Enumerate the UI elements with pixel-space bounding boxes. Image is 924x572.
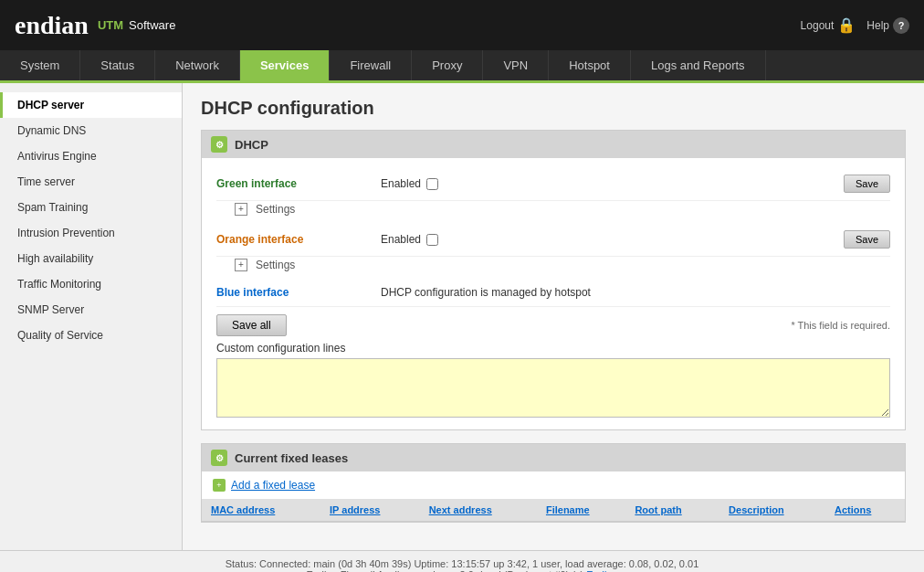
blue-managed-text: DHCP configuration is managed by hotspot [381,286,890,299]
sidebar-item-traffic[interactable]: Traffic Monitoring [0,271,182,297]
logo-area: endian UTM Software [15,11,175,40]
nav-item-system[interactable]: System [0,50,80,80]
green-enabled-label: Enabled [381,177,421,190]
orange-save-button[interactable]: Save [844,230,890,249]
help-label: Help [866,19,889,32]
nav-item-services[interactable]: Services [240,50,331,80]
blue-interface-row: Blue interface DHCP configuration is man… [216,279,890,307]
help-button[interactable]: Help ? [866,17,909,34]
logout-button[interactable]: Logout 🔒 [801,16,856,34]
sidebar-item-time[interactable]: Time server [0,169,182,195]
header: endian UTM Software Logout 🔒 Help ? [0,0,924,50]
footer-status: Status: Connected: main (0d 3h 40m 39s) … [15,558,909,569]
sidebar-item-spam[interactable]: Spam Training [0,195,182,220]
orange-enabled-checkbox[interactable] [426,234,438,246]
header-right: Logout 🔒 Help ? [801,16,909,34]
green-settings-plus-icon[interactable]: + [235,203,247,216]
logout-label: Logout [801,19,835,32]
leases-section-icon: ⚙ [211,450,227,466]
orange-save-area: Save [844,230,890,249]
col-mac[interactable]: MAC address [202,499,320,522]
dhcp-section-header: ⚙ DHCP [202,131,905,158]
col-actions[interactable]: Actions [825,499,905,522]
nav-item-logs[interactable]: Logs and Reports [631,50,766,80]
logo-utm: UTM [98,18,123,32]
sidebar-item-ddns[interactable]: Dynamic DNS [0,118,182,143]
orange-enabled-area: Enabled [381,233,490,246]
add-lease-row: + Add a fixed lease [202,471,905,499]
orange-settings-row: + Settings [216,257,890,279]
add-lease-icon: + [213,479,226,492]
col-ip[interactable]: IP address [320,499,420,522]
sidebar-item-snmp[interactable]: SNMP Server [0,297,182,323]
leases-section-label: Current fixed leases [235,451,348,465]
nav-item-vpn[interactable]: VPN [483,50,549,80]
dhcp-section: ⚙ DHCP Green interface Enabled Save [201,130,906,430]
sidebar-item-qos[interactable]: Quality of Service [0,323,182,348]
green-save-area: Save [844,175,890,193]
green-save-button[interactable]: Save [844,175,890,193]
nav-item-network[interactable]: Network [155,50,240,80]
orange-interface-name: Orange interface [216,233,381,246]
sidebar-item-antivirus[interactable]: Antivirus Engine [0,143,182,169]
orange-enabled-label: Enabled [381,233,421,246]
green-interface-name: Green interface [216,177,381,190]
save-all-button[interactable]: Save all [216,314,287,336]
blue-interface-name: Blue interface [216,286,381,299]
col-root[interactable]: Root path [625,499,719,522]
dhcp-section-label: DHCP [235,138,268,152]
col-filename[interactable]: Filename [537,499,625,522]
green-enabled-area: Enabled [381,177,490,190]
nav-item-hotspot[interactable]: Hotspot [549,50,631,80]
green-interface-row: Green interface Enabled Save [216,167,890,201]
sidebar-item-ha[interactable]: High availability [0,246,182,271]
logo-software: Software [129,18,175,32]
help-icon: ? [893,17,909,34]
green-enabled-checkbox[interactable] [426,178,438,190]
table-header-row: MAC address IP address Next address File… [202,499,905,522]
leases-table-head: MAC address IP address Next address File… [202,499,905,522]
leases-section-header: ⚙ Current fixed leases [202,444,905,471]
nav-item-firewall[interactable]: Firewall [330,50,412,80]
main-layout: DHCP server Dynamic DNS Antivirus Engine… [0,83,924,550]
content-area: DHCP configuration ⚙ DHCP Green interfac… [183,83,924,550]
page-title: DHCP configuration [201,98,906,119]
green-settings-label[interactable]: Settings [256,203,295,216]
save-all-row: Save all * This field is required. [216,307,890,342]
orange-interface-row: Orange interface Enabled Save [216,223,890,257]
dhcp-section-icon: ⚙ [211,136,227,153]
add-lease-link[interactable]: Add a fixed lease [231,479,315,492]
logo-text: endian [15,11,89,40]
orange-settings-label[interactable]: Settings [256,259,295,271]
lock-icon: 🔒 [837,16,856,34]
leases-section: ⚙ Current fixed leases + Add a fixed lea… [201,443,906,523]
sidebar-item-dhcp[interactable]: DHCP server [0,92,182,118]
leases-table: MAC address IP address Next address File… [202,499,905,522]
custom-config-label: Custom configuration lines [216,342,890,355]
col-desc[interactable]: Description [719,499,825,522]
sidebar-item-intrusion[interactable]: Intrusion Prevention [0,220,182,246]
orange-settings-plus-icon[interactable]: + [235,259,247,271]
footer: Status: Connected: main (0d 3h 40m 39s) … [0,550,924,572]
custom-config-textarea[interactable] [216,358,890,418]
sidebar: DHCP server Dynamic DNS Antivirus Engine… [0,83,183,550]
nav-item-proxy[interactable]: Proxy [412,50,483,80]
nav-item-status[interactable]: Status [80,50,155,80]
col-next[interactable]: Next address [420,499,537,522]
dhcp-section-body: Green interface Enabled Save + Settings [202,158,905,429]
nav-bar: System Status Network Services Firewall … [0,50,924,83]
green-settings-row: + Settings [216,201,890,223]
required-note: * This field is required. [791,320,890,331]
